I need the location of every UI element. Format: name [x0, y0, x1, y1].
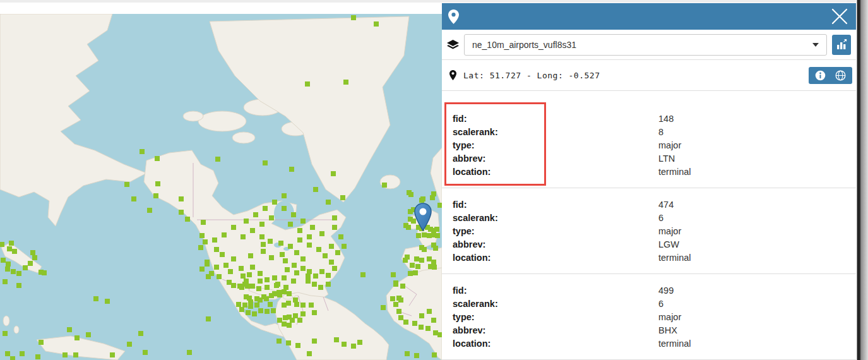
airport-dot[interactable] [201, 220, 206, 225]
airport-dot[interactable] [276, 339, 282, 344]
airport-dot[interactable] [300, 266, 306, 271]
airport-dot[interactable] [12, 249, 17, 254]
airport-dot[interactable] [283, 315, 288, 320]
airport-dot[interactable] [272, 200, 277, 205]
airport-dot[interactable] [435, 233, 440, 238]
airport-dot[interactable] [288, 222, 293, 227]
airport-dot[interactable] [297, 237, 302, 243]
airport-dot[interactable] [351, 344, 356, 349]
airport-dot[interactable] [332, 215, 337, 220]
airport-dot[interactable] [288, 244, 293, 249]
airport-dot[interactable] [340, 195, 345, 200]
airport-dot[interactable] [390, 296, 395, 301]
airport-dot[interactable] [323, 253, 328, 258]
airport-dot[interactable] [5, 267, 10, 272]
airport-dot[interactable] [329, 244, 334, 249]
airport-dot[interactable] [300, 256, 306, 261]
airport-dot[interactable] [408, 271, 413, 276]
airport-dot[interactable] [248, 253, 253, 258]
airport-dot[interactable] [310, 225, 315, 230]
airport-dot[interactable] [422, 232, 427, 237]
airport-dot[interactable] [147, 208, 152, 213]
airport-dot[interactable] [9, 241, 14, 246]
airport-dot[interactable] [374, 21, 379, 27]
airport-dot[interactable] [300, 311, 306, 316]
airport-dot[interactable] [396, 309, 401, 314]
airport-dot[interactable] [6, 261, 11, 267]
airport-dot[interactable] [236, 302, 241, 307]
airport-dot[interactable] [432, 352, 437, 357]
airport-dot[interactable] [179, 196, 184, 201]
airport-dot[interactable] [393, 302, 398, 307]
map-canvas[interactable] [0, 14, 442, 360]
airport-dot[interactable] [250, 284, 255, 289]
airport-dot[interactable] [290, 318, 295, 323]
airport-dot[interactable] [261, 249, 266, 254]
airport-dot[interactable] [300, 219, 306, 224]
airport-dot[interactable] [286, 301, 291, 306]
airport-dot[interactable] [250, 228, 255, 233]
airport-dot[interactable] [155, 181, 160, 186]
airport-dot[interactable] [73, 352, 78, 357]
airport-dot[interactable] [414, 256, 419, 261]
airport-dot[interactable] [3, 331, 8, 336]
airport-dot[interactable] [283, 258, 288, 263]
airport-dot[interactable] [11, 269, 16, 274]
airport-dot[interactable] [7, 246, 12, 251]
airport-dot[interactable] [342, 244, 347, 249]
airport-dot[interactable] [331, 171, 336, 176]
airport-dot[interactable] [398, 297, 403, 303]
airport-dot[interactable] [287, 291, 292, 296]
airport-dot[interactable] [228, 269, 233, 274]
airport-dot[interactable] [420, 196, 425, 201]
airport-dot[interactable] [28, 261, 33, 266]
airport-dot[interactable] [30, 250, 35, 255]
airport-dot[interactable] [3, 279, 8, 284]
airport-dot[interactable] [5, 351, 10, 356]
airport-dot[interactable] [406, 225, 411, 230]
airport-dot[interactable] [400, 284, 405, 289]
airport-dot[interactable] [127, 342, 132, 347]
airport-dot[interactable] [131, 196, 136, 201]
airport-dot[interactable] [381, 305, 386, 310]
airport-dot[interactable] [342, 342, 347, 347]
airport-dot[interactable] [42, 270, 47, 275]
airport-dot[interactable] [278, 241, 283, 246]
airport-dot[interactable] [253, 212, 258, 217]
airport-dot[interactable] [403, 320, 408, 325]
airport-dot[interactable] [110, 352, 115, 357]
airport-dot[interactable] [20, 351, 25, 356]
airport-dot[interactable] [297, 318, 302, 323]
airport-dot[interactable] [239, 266, 244, 271]
airport-dot[interactable] [313, 187, 318, 192]
airport-dot[interactable] [23, 265, 28, 270]
airport-dot[interactable] [382, 183, 387, 188]
airport-dot[interactable] [280, 252, 285, 257]
airport-dot[interactable] [282, 289, 287, 294]
airport-dot[interactable] [203, 239, 208, 244]
airport-dot[interactable] [269, 215, 274, 220]
airport-dot[interactable] [334, 337, 339, 342]
airport-dot[interactable] [425, 326, 431, 331]
airport-dot[interactable] [419, 313, 424, 318]
airport-dot[interactable] [414, 353, 419, 358]
panel-scrollbar[interactable] [856, 0, 868, 360]
airport-dot[interactable] [247, 272, 252, 277]
airport-dot[interactable] [319, 269, 324, 274]
airport-dot[interactable] [274, 283, 279, 288]
airport-dot[interactable] [272, 275, 277, 280]
airport-dot[interactable] [155, 156, 160, 161]
airport-dot[interactable] [432, 265, 437, 270]
airport-dot[interactable] [351, 15, 356, 20]
airport-dot[interactable] [319, 231, 324, 236]
airport-dot[interactable] [305, 81, 310, 87]
airport-dot[interactable] [199, 233, 205, 238]
airport-dot[interactable] [268, 302, 273, 307]
airport-dot[interactable] [306, 273, 311, 279]
airport-dot[interactable] [86, 332, 91, 337]
airport-dot[interactable] [140, 149, 145, 154]
airport-dot[interactable] [357, 340, 362, 345]
airport-dot[interactable] [124, 182, 129, 187]
airport-dot[interactable] [247, 296, 252, 301]
airport-dot[interactable] [62, 352, 68, 357]
